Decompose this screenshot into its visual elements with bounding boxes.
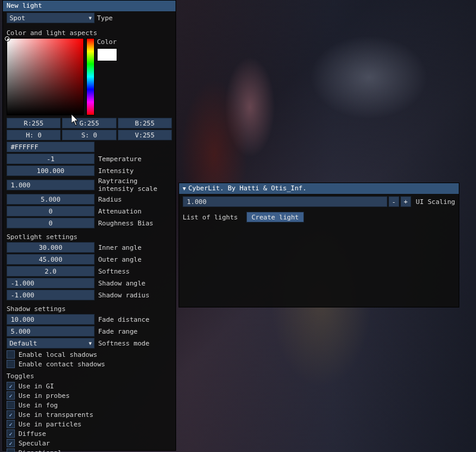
spot-section-header: Spotlight settings: [3, 230, 176, 242]
toggles-section-header: Toggles: [3, 369, 176, 381]
color-section-header: Color and light aspects: [3, 26, 176, 38]
chevron-down-icon: ▼: [89, 341, 92, 346]
b-input[interactable]: B:255: [118, 118, 172, 128]
use-particles-checkbox[interactable]: [7, 420, 15, 428]
rtscale-label: Raytracing intensity scale: [98, 177, 172, 193]
panel-title-text: New light: [7, 2, 42, 10]
temperature-label: Temperature: [98, 155, 172, 163]
outer-angle-input[interactable]: 45.000: [7, 254, 95, 265]
s-input[interactable]: S: 0: [62, 130, 116, 140]
roughness-label: Roughness Bias: [98, 219, 172, 227]
hue-slider[interactable]: [86, 38, 95, 115]
type-label: Type: [97, 14, 113, 22]
use-probes-label: Use in probes: [18, 392, 70, 400]
fade-range-label: Fade range: [98, 328, 172, 335]
intensity-label: Intensity: [98, 167, 172, 175]
panel-title[interactable]: New light: [3, 1, 176, 11]
fade-distance-input[interactable]: 10.000: [7, 314, 95, 325]
use-fog-label: Use in fog: [18, 401, 58, 409]
cyberlit-title[interactable]: ▼ CyberLit. By Hatti & Otis_Inf.: [179, 183, 459, 194]
ui-scaling-label: UI Scaling: [416, 198, 455, 206]
create-light-button[interactable]: Create light: [246, 212, 304, 222]
attenuation-label: Attenuation: [98, 208, 172, 215]
rtscale-input[interactable]: 1.000: [7, 180, 95, 190]
spot-softness-input[interactable]: 2.0: [7, 266, 95, 277]
contact-shadows-label: Enable contact shadows: [18, 360, 105, 368]
chevron-down-icon: ▼: [183, 184, 186, 193]
type-combo-value: Spot: [10, 14, 26, 22]
softness-mode-value: Default: [10, 340, 37, 347]
type-combo[interactable]: Spot ▼: [7, 12, 95, 23]
sv-cursor[interactable]: [5, 36, 10, 41]
fade-distance-label: Fade distance: [98, 316, 172, 324]
lights-list-label: List of lights: [183, 214, 238, 221]
directional-checkbox[interactable]: [7, 448, 15, 452]
ui-scaling-input[interactable]: 1.000: [183, 196, 387, 207]
local-shadows-checkbox[interactable]: [7, 350, 15, 359]
inner-angle-input[interactable]: 30.000: [7, 242, 95, 253]
inner-angle-label: Inner angle: [98, 244, 172, 252]
chevron-down-icon: ▼: [89, 15, 92, 21]
use-fog-checkbox[interactable]: [7, 401, 15, 409]
color-swatch[interactable]: [97, 48, 117, 61]
radius-label: Radius: [98, 196, 172, 203]
softness-mode-label: Softness mode: [98, 340, 172, 347]
r-input[interactable]: R:255: [7, 118, 61, 128]
use-particles-label: Use in particles: [18, 420, 82, 428]
shadow-angle-label: Shadow angle: [98, 280, 172, 287]
directional-label: Directional: [18, 449, 62, 453]
sv-color-picker[interactable]: [7, 38, 84, 115]
use-gi-label: Use in GI: [18, 382, 54, 390]
attenuation-input[interactable]: 0: [7, 206, 95, 216]
g-input[interactable]: G:255: [62, 118, 116, 128]
local-shadows-label: Enable local shadows: [18, 351, 97, 359]
h-input[interactable]: H: 0: [7, 130, 61, 140]
fade-range-input[interactable]: 5.000: [7, 326, 95, 337]
v-input[interactable]: V:255: [118, 130, 172, 140]
shadow-radius-input[interactable]: -1.000: [7, 290, 95, 300]
softness-mode-combo[interactable]: Default ▼: [7, 338, 95, 349]
diffuse-label: Diffuse: [18, 430, 46, 438]
intensity-input[interactable]: 100.000: [7, 165, 95, 176]
color-swatch-label: Color: [97, 38, 117, 46]
shadow-angle-input[interactable]: -1.000: [7, 278, 95, 288]
use-transparents-checkbox[interactable]: [7, 410, 15, 419]
spot-softness-label: Softness: [98, 268, 172, 275]
outer-angle-label: Outer angle: [98, 256, 172, 263]
temperature-input[interactable]: -1: [7, 153, 95, 164]
contact-shadows-checkbox[interactable]: [7, 360, 15, 368]
ui-scaling-minus-button[interactable]: -: [389, 196, 399, 207]
radius-input[interactable]: 5.000: [7, 194, 95, 205]
diffuse-checkbox[interactable]: [7, 429, 15, 438]
specular-checkbox[interactable]: [7, 439, 15, 447]
use-probes-checkbox[interactable]: [7, 391, 15, 400]
hex-input[interactable]: #FFFFFF: [7, 142, 95, 152]
ui-scaling-plus-button[interactable]: +: [400, 196, 411, 207]
cyberlit-panel: ▼ CyberLit. By Hatti & Otis_Inf. 1.000 -…: [178, 183, 459, 307]
shadow-section-header: Shadow settings: [3, 302, 176, 314]
shadow-radius-label: Shadow radius: [98, 291, 172, 299]
use-transparents-label: Use in transparents: [18, 411, 93, 419]
new-light-panel: New light Spot ▼ Type Color and light as…: [2, 0, 176, 451]
specular-label: Specular: [18, 440, 50, 447]
roughness-input[interactable]: 0: [7, 218, 95, 228]
use-gi-checkbox[interactable]: [7, 382, 15, 390]
cyberlit-title-text: CyberLit. By Hatti & Otis_Inf.: [188, 184, 306, 193]
